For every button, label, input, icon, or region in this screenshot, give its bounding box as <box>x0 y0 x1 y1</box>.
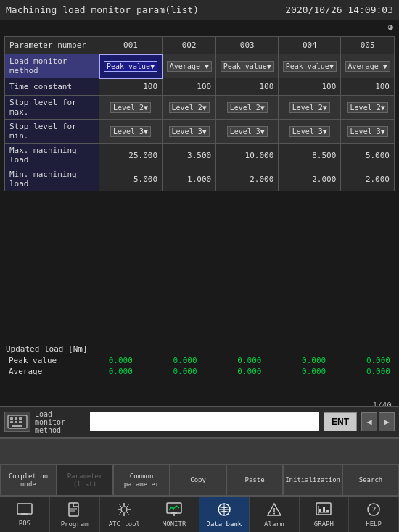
status-val-0-1: 0.000 <box>136 355 200 366</box>
next-arrow[interactable]: ▶ <box>379 412 395 431</box>
func-btn-1: Parameter (list) <box>57 465 113 496</box>
cell-2-4[interactable]: Level 2▼ <box>341 96 395 120</box>
nav-label-5: Alarm <box>264 520 284 528</box>
cell-3-3[interactable]: Level 3▼ <box>279 120 341 144</box>
graph-icon <box>316 502 332 520</box>
select-btn-3-2[interactable]: Level 3▼ <box>227 126 268 137</box>
cell-0-2[interactable]: Peak value▼ <box>216 54 279 78</box>
cell-1-0: 100 <box>99 78 163 96</box>
select-btn-3-3[interactable]: Level 3▼ <box>289 126 330 137</box>
cell-2-0[interactable]: Level 2▼ <box>99 96 163 120</box>
func-btn-4[interactable]: Paste <box>226 465 283 496</box>
cell-3-4[interactable]: Level 3▼ <box>341 120 395 144</box>
svg-line-20 <box>127 512 129 514</box>
nav-label-7: HELP <box>366 520 382 528</box>
nav-item-graph[interactable]: GRAPH <box>300 497 350 532</box>
cell-3-1[interactable]: Level 3▼ <box>163 120 216 144</box>
svg-line-19 <box>120 504 122 507</box>
cell-2-3[interactable]: Level 2▼ <box>279 96 341 120</box>
row-label-4: Max. machining load <box>5 144 99 167</box>
param-table: Parameter number 001 002 003 004 005 Loa… <box>4 36 395 191</box>
nav-item-alarm[interactable]: Alarm <box>250 497 300 532</box>
cell-5-2: 2.000 <box>216 167 279 191</box>
func-bar: Completion modeParameter (list)Common pa… <box>0 464 399 496</box>
cell-4-4: 5.000 <box>341 144 395 167</box>
cell-0-3[interactable]: Peak value▼ <box>279 54 341 78</box>
cell-2-2[interactable]: Level 2▼ <box>216 96 279 120</box>
func-btn-6[interactable]: Search <box>342 465 399 496</box>
col-004: 004 <box>279 37 341 54</box>
svg-point-14 <box>121 507 127 512</box>
table-row-1: Time constant100100100100100 <box>5 78 395 96</box>
select-btn-2-1[interactable]: Level 2▼ <box>169 102 210 113</box>
prev-arrow[interactable]: ◀ <box>361 412 377 431</box>
nav-item-program[interactable]: Program <box>50 497 100 532</box>
header: Machining load monitor param(list) 2020/… <box>0 0 399 20</box>
input-field[interactable] <box>90 412 319 431</box>
svg-point-31 <box>273 512 275 514</box>
select-btn-0-4[interactable]: Average ▼ <box>345 61 390 72</box>
cell-3-2[interactable]: Level 3▼ <box>216 120 279 144</box>
status-val-0-3: 0.000 <box>264 355 329 366</box>
cell-2-1[interactable]: Level 2▼ <box>163 96 216 120</box>
cell-1-3: 100 <box>279 78 341 96</box>
bottom-nav: POSProgramATC toolMONITRData bankAlarmGR… <box>0 496 399 532</box>
select-btn-3-0[interactable]: Level 3▼ <box>110 126 151 137</box>
status-val-1-3: 0.000 <box>264 366 329 377</box>
status-label-0: Peak value <box>6 355 71 366</box>
nav-item-help[interactable]: ?HELP <box>349 497 399 532</box>
func-btn-3[interactable]: Copy <box>170 465 226 496</box>
svg-line-22 <box>127 504 129 507</box>
select-btn-0-3[interactable]: Peak value▼ <box>283 61 337 72</box>
select-btn-3-1[interactable]: Level 3▼ <box>169 126 210 137</box>
select-btn-0-1[interactable]: Average ▼ <box>167 61 212 72</box>
gray-bar <box>0 438 399 467</box>
select-btn-3-4[interactable]: Level 3▼ <box>347 126 388 137</box>
cell-4-0: 25.000 <box>99 144 163 167</box>
cell-0-1[interactable]: Average ▼ <box>163 54 216 78</box>
select-btn-0-2[interactable]: Peak value▼ <box>221 61 274 72</box>
table-row-4: Max. machining load25.0003.50010.0008.50… <box>5 144 395 167</box>
svg-rect-37 <box>326 510 329 512</box>
monitor-icon <box>166 502 182 520</box>
cell-4-2: 10.000 <box>216 144 279 167</box>
status-label-1: Average <box>6 366 71 377</box>
cell-0-4[interactable]: Average ▼ <box>341 54 395 78</box>
nav-item-data-bank[interactable]: Data bank <box>200 497 250 532</box>
cell-3-0[interactable]: Level 3▼ <box>99 120 163 144</box>
status-title: Updated load [Nm] <box>6 344 393 354</box>
help-icon: ? <box>366 502 382 520</box>
svg-rect-36 <box>323 507 325 512</box>
ent-button[interactable]: ENT <box>324 412 357 431</box>
status-val-0-4: 0.000 <box>329 355 393 366</box>
select-btn-2-0[interactable]: Level 2▼ <box>110 102 151 113</box>
col-001: 001 <box>99 37 163 54</box>
func-btn-2[interactable]: Common parameter <box>113 465 170 496</box>
cell-0-0[interactable]: Peak value▼ <box>99 54 163 78</box>
svg-text:?: ? <box>371 505 377 515</box>
nav-item-pos[interactable]: POS <box>0 497 50 532</box>
nav-item-monitr[interactable]: MONITR <box>149 497 200 532</box>
header-datetime: 2020/10/26 14:09:03 <box>285 4 393 15</box>
nav-label-6: GRAPH <box>314 520 334 528</box>
atc-icon <box>116 502 132 520</box>
input-bar: Load monitor method ENT ◀ ▶ <box>0 406 399 438</box>
select-btn-2-4[interactable]: Level 2▼ <box>347 102 388 113</box>
keyboard-icon[interactable] <box>4 412 30 432</box>
svg-rect-6 <box>19 421 22 423</box>
status-val-1-4: 0.000 <box>329 366 393 377</box>
func-btn-5[interactable]: Initialization <box>283 465 342 496</box>
table-header-row: Parameter number 001 002 003 004 005 <box>5 37 395 54</box>
func-btn-0[interactable]: Completion mode <box>0 465 57 496</box>
nav-item-atc-tool[interactable]: ATC tool <box>100 497 150 532</box>
select-btn-0-0[interactable]: Peak value▼ <box>104 61 157 72</box>
svg-rect-8 <box>17 504 32 514</box>
wifi-row: ◕ <box>0 20 399 33</box>
select-btn-2-2[interactable]: Level 2▼ <box>227 102 268 113</box>
alarm-icon <box>266 502 282 520</box>
svg-rect-1 <box>10 417 13 420</box>
col-005: 005 <box>341 37 395 54</box>
select-btn-2-3[interactable]: Level 2▼ <box>289 102 330 113</box>
cell-1-4: 100 <box>341 78 395 96</box>
databank-icon <box>216 502 232 520</box>
